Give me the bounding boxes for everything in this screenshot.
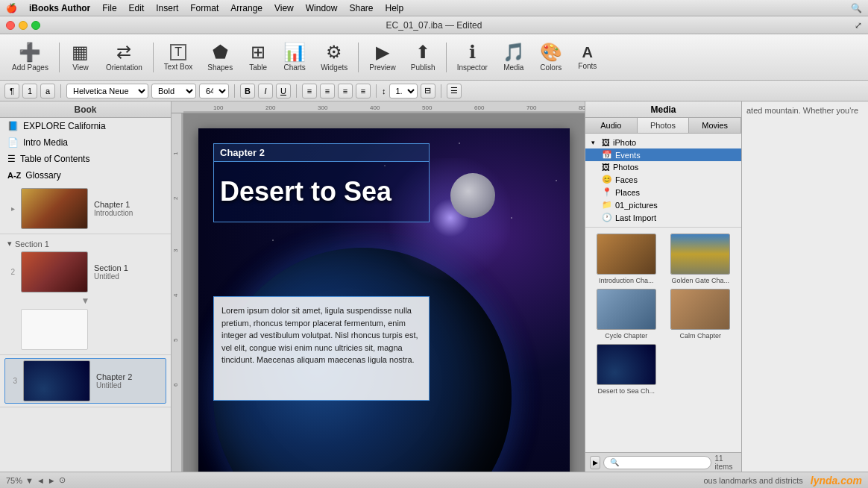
menu-insert[interactable]: Insert bbox=[156, 3, 178, 13]
menu-share[interactable]: Share bbox=[349, 3, 373, 13]
align-right-button[interactable]: ≡ bbox=[338, 84, 353, 98]
align-left-button[interactable]: ≡ bbox=[302, 84, 317, 98]
inspector-button[interactable]: ℹ Inspector bbox=[451, 40, 494, 75]
menu-arrange[interactable]: Arrange bbox=[230, 3, 262, 13]
fonts-button[interactable]: A Fonts bbox=[571, 42, 604, 73]
menu-edit[interactable]: Edit bbox=[129, 3, 145, 13]
sidebar-item-toc[interactable]: ☰ Table of Contents bbox=[0, 151, 171, 167]
tab-photos[interactable]: Photos bbox=[638, 118, 690, 133]
preview-button[interactable]: ▶ Preview bbox=[363, 40, 402, 75]
style-size-btn[interactable]: 1 bbox=[22, 84, 37, 98]
page-thumb-chapter2[interactable]: 3 Chapter 2 Untitled bbox=[4, 358, 166, 404]
section-toggle-2[interactable]: ▾ bbox=[7, 239, 12, 248]
media-thumb-intro[interactable]: Introduction Cha... bbox=[591, 234, 661, 284]
page-body-box[interactable]: Lorem ipsum dolor sit amet, ligula suspe… bbox=[213, 296, 430, 401]
ruler-left: 1 2 3 4 5 6 bbox=[172, 113, 183, 472]
window-expand-icon[interactable]: ⤢ bbox=[855, 20, 862, 31]
media-button[interactable]: 🎵 Media bbox=[497, 40, 531, 75]
body-text: Lorem ipsum dolor sit amet, ligula suspe… bbox=[221, 306, 418, 364]
font-size-select[interactable]: 64 bbox=[199, 84, 229, 98]
minimize-button[interactable] bbox=[19, 21, 28, 30]
media-play-button[interactable]: ▶ bbox=[590, 456, 600, 469]
widgets-icon: ⚙ bbox=[326, 43, 342, 61]
font-family-select[interactable]: Helvetica Neue bbox=[66, 84, 148, 98]
close-button[interactable] bbox=[6, 21, 15, 30]
page-icon: 📄 bbox=[7, 137, 19, 148]
shapes-button[interactable]: ⬟ Shapes bbox=[201, 40, 239, 75]
italic-button[interactable]: I bbox=[258, 84, 273, 98]
zoom-increase-icon[interactable]: ► bbox=[48, 476, 56, 485]
menu-format[interactable]: Format bbox=[190, 3, 218, 13]
media-search-input[interactable] bbox=[603, 456, 711, 469]
events-label: Events bbox=[615, 151, 641, 160]
colors-button[interactable]: 🎨 Colors bbox=[534, 40, 568, 75]
canvas-page-container[interactable]: Chapter 2 Desert to Sea Lorem ipsum dolo… bbox=[183, 113, 585, 472]
bold-button[interactable]: B bbox=[240, 84, 255, 98]
tree-item-lastimport[interactable]: 🕐 Last Import bbox=[585, 211, 741, 224]
paragraph-style-btn[interactable]: ¶ bbox=[4, 84, 19, 98]
apple-menu[interactable]: 🍎 bbox=[6, 3, 17, 13]
search-icon[interactable]: 🔍 bbox=[851, 3, 862, 13]
media-bottom-bar: ▶ 11 items bbox=[585, 452, 741, 472]
page-number-2: 2 bbox=[4, 268, 15, 276]
align-center-button[interactable]: ≡ bbox=[320, 84, 335, 98]
underline-button[interactable]: U bbox=[276, 84, 291, 98]
media-thumb-desert[interactable]: Desert to Sea Ch... bbox=[591, 344, 661, 395]
orientation-button[interactable]: ⇄ Orientation bbox=[100, 40, 148, 75]
inspector-icon: ℹ bbox=[469, 43, 476, 61]
media-icon: 🎵 bbox=[503, 43, 525, 61]
tree-item-events[interactable]: 📅 Events bbox=[585, 148, 741, 161]
outer-right-panel: ated mountain. Whether you're bbox=[741, 101, 868, 472]
char-style-btn[interactable]: a bbox=[40, 84, 55, 98]
line-spacing-select[interactable]: 1.8 bbox=[389, 84, 418, 98]
font-weight-select[interactable]: Bold bbox=[151, 84, 196, 98]
maximize-button[interactable] bbox=[31, 21, 40, 30]
zoom-down-icon[interactable]: ▼ bbox=[25, 476, 34, 485]
page-title[interactable]: Desert to Sea bbox=[214, 162, 429, 222]
tree-item-places[interactable]: 📍 Places bbox=[585, 186, 741, 198]
publish-button[interactable]: ⬆ Publish bbox=[405, 40, 441, 75]
sidebar-item-label: EXPLORE California bbox=[23, 121, 106, 131]
media-panel-header: Media bbox=[585, 101, 741, 118]
menu-file[interactable]: File bbox=[102, 3, 116, 13]
text-box-button[interactable]: T Text Box bbox=[158, 41, 198, 74]
zoom-fit-icon[interactable]: ⊙ bbox=[59, 475, 66, 485]
list-style-btn[interactable]: ☰ bbox=[447, 84, 462, 98]
charts-button[interactable]: 📊 Charts bbox=[277, 40, 312, 75]
svg-text:3: 3 bbox=[172, 248, 179, 252]
window-controls[interactable] bbox=[6, 21, 40, 30]
sidebar-item-explore[interactable]: 📘 EXPLORE California bbox=[0, 118, 171, 134]
table-button[interactable]: ⊞ Table bbox=[242, 40, 274, 75]
chapter2-thumbnail bbox=[23, 360, 90, 401]
photos-label: Photos bbox=[613, 163, 638, 172]
menu-window[interactable]: Window bbox=[306, 3, 338, 13]
svg-text:2: 2 bbox=[172, 196, 179, 200]
align-justify-button[interactable]: ≡ bbox=[356, 84, 371, 98]
tree-item-faces[interactable]: 😊 Faces bbox=[585, 173, 741, 186]
tab-audio[interactable]: Audio bbox=[585, 118, 638, 133]
page-title-box[interactable]: Chapter 2 Desert to Sea bbox=[213, 143, 430, 222]
orientation-icon: ⇄ bbox=[116, 43, 131, 61]
text-box-icon: T bbox=[170, 44, 186, 60]
tree-iphoto[interactable]: ▾ 🖼 iPhoto bbox=[585, 137, 741, 148]
menu-view[interactable]: View bbox=[274, 3, 294, 13]
media-thumb-calm[interactable]: Calm Chapter bbox=[666, 289, 736, 340]
add-pages-button[interactable]: ➕ Add Pages bbox=[6, 40, 54, 75]
column-layout-btn[interactable]: ⊟ bbox=[421, 84, 435, 98]
sidebar-item-glossary[interactable]: A-Z Glossary bbox=[0, 167, 171, 184]
sidebar-item-label: Intro Media bbox=[23, 137, 68, 148]
media-thumb-golden[interactable]: Golden Gate Cha... bbox=[666, 234, 736, 284]
sidebar-item-intro-media[interactable]: 📄 Intro Media bbox=[0, 134, 171, 151]
view-button[interactable]: ▦ View bbox=[64, 40, 97, 75]
page-thumb-blank[interactable] bbox=[4, 307, 166, 351]
media-thumb-cycle[interactable]: Cycle Chapter bbox=[591, 289, 661, 340]
menu-help[interactable]: Help bbox=[386, 3, 404, 13]
tree-item-photos[interactable]: 🖼 Photos bbox=[585, 161, 741, 173]
tab-movies[interactable]: Movies bbox=[689, 118, 741, 133]
expand-section-icon[interactable]: ▼ bbox=[81, 295, 90, 306]
tree-item-01pictures[interactable]: 📁 01_pictures bbox=[585, 198, 741, 211]
page-thumb-chapter1[interactable]: ▸ Chapter 1 Introduction bbox=[4, 187, 166, 231]
zoom-decrease-icon[interactable]: ◄ bbox=[37, 476, 45, 485]
widgets-button[interactable]: ⚙ Widgets bbox=[315, 40, 353, 75]
page-thumb-section1[interactable]: 2 Section 1 Untitled bbox=[4, 250, 166, 294]
